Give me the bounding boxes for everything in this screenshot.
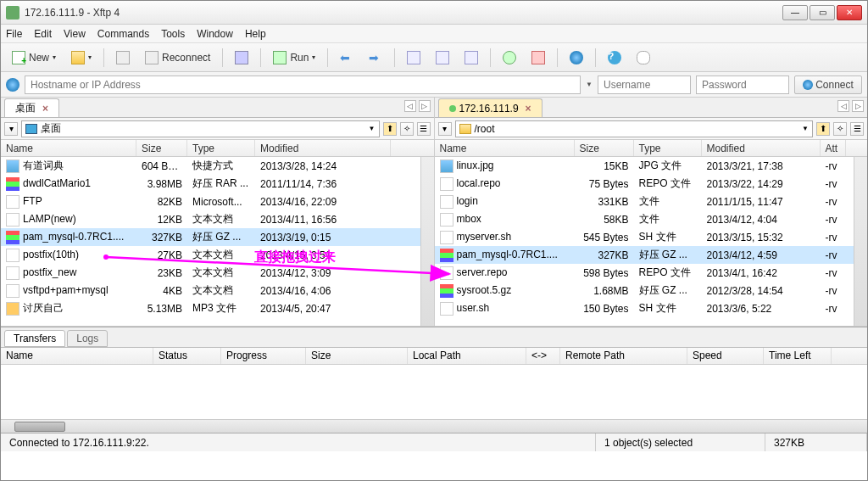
- file-row[interactable]: mbox58KB文件2013/4/12, 4:04-rv: [435, 210, 868, 228]
- tool-c[interactable]: [459, 48, 484, 68]
- forward-button[interactable]: ➡: [363, 48, 388, 68]
- run-button[interactable]: Run▾: [267, 48, 321, 68]
- local-file-list[interactable]: 有道词典604 Bytes快捷方式2013/3/28, 14:24dwdlCat…: [1, 157, 434, 326]
- menu-edit[interactable]: Edit: [34, 28, 52, 40]
- password-input[interactable]: [696, 76, 789, 94]
- col-modified[interactable]: Modified: [255, 140, 391, 156]
- menu-file[interactable]: File: [6, 28, 22, 40]
- tool-b[interactable]: [430, 48, 455, 68]
- file-row[interactable]: LAMP(new)12KB文本文档2013/4/11, 16:56: [1, 210, 434, 228]
- close-icon[interactable]: ×: [42, 103, 48, 115]
- col-name[interactable]: Name: [1, 348, 153, 364]
- back-button[interactable]: ⬅: [334, 48, 359, 68]
- history-button[interactable]: ▾: [4, 122, 18, 136]
- col-type[interactable]: Type: [634, 140, 702, 156]
- globe-button[interactable]: [564, 48, 589, 68]
- file-row[interactable]: 有道词典604 Bytes快捷方式2013/3/28, 14:24: [1, 157, 434, 175]
- tab-next-icon[interactable]: ▷: [852, 100, 864, 112]
- username-input[interactable]: [598, 76, 691, 94]
- col-local[interactable]: Local Path: [408, 348, 526, 364]
- history-button[interactable]: ▾: [438, 122, 452, 136]
- file-row[interactable]: pam_mysql-0.7RC1....327KB好压 GZ ...2013/3…: [1, 228, 434, 246]
- transfers-tab[interactable]: Transfers: [4, 330, 65, 347]
- col-size[interactable]: Size: [306, 348, 408, 364]
- col-speed[interactable]: Speed: [687, 348, 764, 364]
- menu-tools[interactable]: Tools: [161, 28, 185, 40]
- file-row[interactable]: user.sh150 BytesSH 文件2013/3/6, 5:22-rv: [435, 299, 868, 317]
- col-modified[interactable]: Modified: [702, 140, 821, 156]
- col-attr[interactable]: Att: [821, 140, 846, 156]
- window-title: 172.16.111.9 - Xftp 4: [25, 7, 782, 19]
- connect-button[interactable]: Connect: [794, 76, 862, 94]
- file-row[interactable]: pam_mysql-0.7RC1....327KB好压 GZ ...2013/4…: [435, 246, 868, 264]
- file-row[interactable]: local.repo75 BytesREPO 文件2013/3/22, 14:2…: [435, 175, 868, 193]
- local-tab[interactable]: 桌面×: [4, 98, 59, 117]
- remote-path-dropdown[interactable]: /root▼: [455, 120, 814, 137]
- col-type[interactable]: Type: [187, 140, 255, 156]
- tool-a[interactable]: [401, 48, 426, 68]
- col-name[interactable]: Name: [1, 140, 136, 156]
- col-progress[interactable]: Progress: [221, 348, 306, 364]
- menu-window[interactable]: Window: [197, 28, 233, 40]
- host-input[interactable]: [25, 76, 581, 94]
- menu-view[interactable]: View: [64, 28, 86, 40]
- new-folder-button[interactable]: ✧: [833, 122, 847, 136]
- file-icon: [440, 249, 453, 262]
- view-mode-button[interactable]: ☰: [850, 122, 864, 136]
- maximize-button[interactable]: ▭: [810, 5, 835, 20]
- col-remote[interactable]: Remote Path: [560, 348, 687, 364]
- scrollbar[interactable]: [420, 157, 434, 326]
- minimize-button[interactable]: —: [782, 5, 808, 20]
- host-dropdown-icon[interactable]: ▼: [586, 81, 593, 88]
- file-row[interactable]: sysroot.5.gz1.68MB好压 GZ ...2012/3/28, 14…: [435, 282, 868, 299]
- chat-button[interactable]: [631, 48, 656, 68]
- arrow-right-icon: ➡: [369, 51, 382, 64]
- close-button[interactable]: ✕: [837, 5, 862, 20]
- file-row[interactable]: postfix(10th)27KB文本文档2013/4/15, 3:51: [1, 246, 434, 264]
- props-button[interactable]: [229, 48, 254, 68]
- file-row[interactable]: 讨厌自己5.13MBMP3 文件2013/4/5, 20:47: [1, 299, 434, 317]
- col-direction[interactable]: <->: [526, 348, 560, 364]
- refresh-button[interactable]: [497, 48, 522, 68]
- disconnect-button[interactable]: [110, 48, 136, 68]
- view-mode-button[interactable]: ☰: [417, 122, 431, 136]
- col-size[interactable]: Size: [136, 140, 187, 156]
- file-row[interactable]: vsftpd+pam+mysql4KB文本文档2013/4/16, 4:06: [1, 282, 434, 299]
- file-icon: [440, 195, 453, 209]
- tab-prev-icon[interactable]: ◁: [404, 100, 416, 112]
- file-row[interactable]: dwdlCatMario13.98MB好压 RAR ...2011/11/14,…: [1, 175, 434, 193]
- file-row[interactable]: myserver.sh545 BytesSH 文件2013/3/15, 15:3…: [435, 228, 868, 246]
- file-row[interactable]: server.repo598 BytesREPO 文件2013/4/1, 16:…: [435, 264, 868, 282]
- new-button[interactable]: New▾: [6, 48, 62, 68]
- remote-pane: 172.16.111.9× ◁▷ ▾ /root▼ ⬆ ✧ ☰ Name Siz…: [435, 98, 868, 326]
- help-button[interactable]: ?: [602, 48, 627, 68]
- up-folder-button[interactable]: ⬆: [816, 122, 830, 136]
- file-row[interactable]: FTP82KBMicrosoft...2013/4/16, 22:09: [1, 193, 434, 210]
- tab-prev-icon[interactable]: ◁: [837, 100, 849, 112]
- close-icon[interactable]: ×: [526, 103, 531, 115]
- logs-tab[interactable]: Logs: [67, 330, 108, 347]
- menu-help[interactable]: Help: [245, 28, 266, 40]
- col-size[interactable]: Size: [575, 140, 634, 156]
- menu-commands[interactable]: Commands: [97, 28, 149, 40]
- scrollbar[interactable]: [854, 157, 867, 326]
- col-status[interactable]: Status: [153, 348, 221, 364]
- remote-file-list[interactable]: linux.jpg15KBJPG 文件2013/3/21, 17:38-rvlo…: [435, 157, 868, 326]
- file-icon: [440, 266, 453, 280]
- file-row[interactable]: postfix_new23KB文本文档2013/4/12, 3:09: [1, 264, 434, 282]
- tab-next-icon[interactable]: ▷: [419, 100, 431, 112]
- col-name[interactable]: Name: [435, 140, 575, 156]
- file-row[interactable]: login331KB文件2011/1/15, 11:47-rv: [435, 193, 868, 210]
- up-folder-button[interactable]: ⬆: [383, 122, 397, 136]
- folder-icon: [459, 124, 471, 134]
- remote-tab[interactable]: 172.16.111.9×: [438, 98, 542, 117]
- file-row[interactable]: linux.jpg15KBJPG 文件2013/3/21, 17:38-rv: [435, 157, 868, 175]
- reconnect-button[interactable]: Reconnect: [139, 48, 216, 68]
- new-folder-button[interactable]: ✧: [400, 122, 414, 136]
- local-path-dropdown[interactable]: 桌面▼: [21, 120, 380, 137]
- transfers-panel: Transfers Logs Name Status Progress Size…: [1, 327, 867, 433]
- col-time[interactable]: Time Left: [764, 348, 832, 364]
- h-scrollbar[interactable]: [1, 419, 867, 433]
- open-button[interactable]: ▾: [65, 48, 97, 68]
- stop-button[interactable]: [526, 48, 551, 68]
